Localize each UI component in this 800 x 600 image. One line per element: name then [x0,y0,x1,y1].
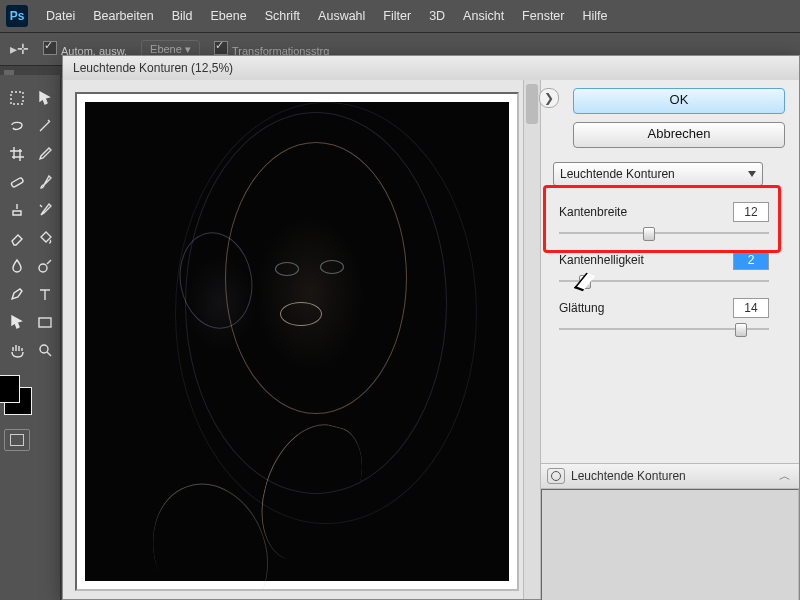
history-brush-tool[interactable] [33,199,57,221]
zoom-tool[interactable] [33,339,57,361]
menu-ebene[interactable]: Ebene [211,9,247,23]
tutorial-highlight [543,185,781,253]
window-titlebar[interactable]: Leuchtende Konturen (12,5%) [63,56,799,81]
lasso-tool[interactable] [5,115,29,137]
stamp-tool[interactable] [5,199,29,221]
zoom-icon [37,342,53,358]
type-tool[interactable] [33,283,57,305]
smoothness-label: Glättung [559,301,604,315]
preview-pane [63,80,541,599]
type-icon [37,286,53,302]
bucket-tool[interactable] [33,227,57,249]
layer-dropdown-label: Ebene [150,43,182,55]
eyedropper-tool[interactable] [33,143,57,165]
marquee-icon [9,90,25,106]
filter-preview[interactable] [75,92,519,591]
smoothness-slider[interactable] [559,328,769,330]
app-logo: Ps [6,5,28,27]
svg-rect-1 [11,177,24,187]
chevron-down-icon [748,171,756,177]
hand-icon [9,342,25,358]
dodge-tool[interactable] [33,255,57,277]
edge-brightness-label: Kantenhelligkeit [559,253,644,267]
tool-palette [0,75,61,600]
crop-icon [9,146,25,162]
svg-point-2 [39,264,47,272]
edge-brightness-field[interactable]: 2 [733,250,769,270]
stamp-icon [9,202,25,218]
quickmask-toggle[interactable] [4,429,30,451]
menu-schrift[interactable]: Schrift [265,9,300,23]
lasso-icon [9,118,25,134]
menu-3d[interactable]: 3D [429,9,445,23]
menu-ansicht[interactable]: Ansicht [463,9,504,23]
menu-bearbeiten[interactable]: Bearbeiten [93,9,153,23]
menu-filter[interactable]: Filter [383,9,411,23]
brush-icon [37,174,53,190]
menu-auswahl[interactable]: Auswahl [318,9,365,23]
arrow-icon [9,314,25,330]
brush-tool[interactable] [33,171,57,193]
filter-gallery-window: Leuchtende Konturen (12,5%) [62,55,800,600]
path-select-tool[interactable] [5,311,29,333]
effect-layers-panel: Leuchtende Konturen ︿ [541,463,799,599]
svg-rect-0 [11,92,23,104]
chevron-icon: ❯ [544,91,554,105]
pen-icon [9,286,25,302]
param-smoothness: Glättung 14 [559,298,785,330]
preview-image [85,102,509,581]
filter-settings-pane: ❯ OK Abbrechen Leuchtende Konturen Kante… [541,80,799,599]
foreground-swatch[interactable] [0,375,20,403]
svg-rect-3 [39,318,51,327]
move-tool[interactable] [33,87,57,109]
effect-layer-name[interactable]: Leuchtende Konturen [571,469,686,483]
menu-fenster[interactable]: Fenster [522,9,564,23]
chevron-up-icon[interactable]: ︿ [777,469,793,483]
menu-bild[interactable]: Bild [172,9,193,23]
checkbox-icon [214,41,228,55]
pen-tool[interactable] [5,283,29,305]
checkbox-icon [43,41,57,55]
cancel-button[interactable]: Abbrechen [573,122,785,148]
quickmask-icon [10,434,24,446]
effect-layers-body[interactable] [541,489,799,600]
eraser-icon [9,230,25,246]
slider-knob[interactable] [579,275,591,289]
bandage-icon [9,174,25,190]
filter-select-label: Leuchtende Konturen [560,167,675,181]
shape-tool[interactable] [33,311,57,333]
slider-knob[interactable] [735,323,747,337]
visibility-toggle[interactable] [547,468,565,484]
window-title: Leuchtende Konturen (12,5%) [73,61,233,75]
blur-tool[interactable] [5,255,29,277]
svg-point-4 [40,345,48,353]
bucket-icon [37,230,53,246]
move-icon [37,90,53,106]
menu-datei[interactable]: Datei [46,9,75,23]
param-edge-brightness: Kantenhelligkeit 2 [559,250,785,282]
rectangle-icon [37,314,53,330]
color-swatches[interactable] [0,375,42,419]
ok-button[interactable]: OK [573,88,785,114]
move-tool-indicator-icon: ▸✛ [10,41,29,57]
marquee-tool[interactable] [5,87,29,109]
wand-icon [37,118,53,134]
scrollbar-thumb[interactable] [526,84,538,124]
expand-thumbnails-button[interactable]: ❯ [539,88,559,108]
smoothness-field[interactable]: 14 [733,298,769,318]
filter-select[interactable]: Leuchtende Konturen [553,162,763,186]
eye-icon [551,471,561,481]
history-brush-icon [37,202,53,218]
edge-brightness-slider[interactable] [559,280,769,282]
wand-tool[interactable] [33,115,57,137]
eyedropper-icon [37,146,53,162]
drop-icon [9,258,25,274]
crop-tool[interactable] [5,143,29,165]
hand-tool[interactable] [5,339,29,361]
healing-tool[interactable] [5,171,29,193]
dodge-icon [37,258,53,274]
menu-hilfe[interactable]: Hilfe [583,9,608,23]
preview-scrollbar[interactable] [523,80,540,599]
eraser-tool[interactable] [5,227,29,249]
menu-bar: Ps Datei Bearbeiten Bild Ebene Schrift A… [0,0,800,33]
